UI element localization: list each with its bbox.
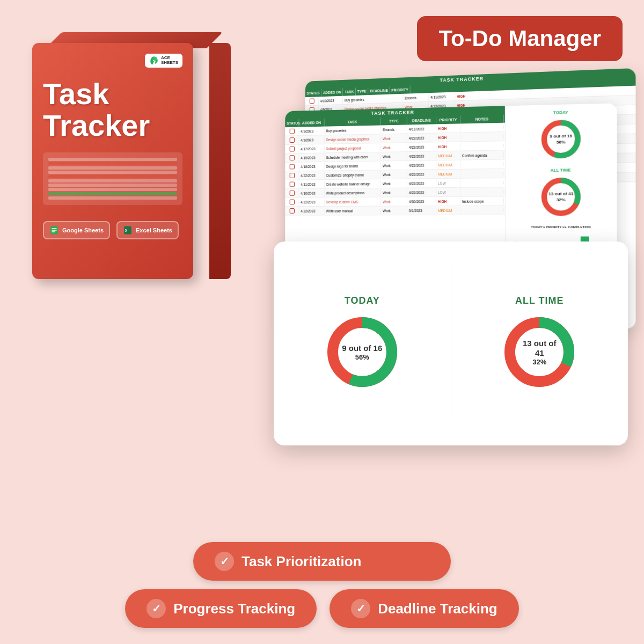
col-type: TYPE — [356, 87, 368, 96]
check-icon-1: ✓ — [215, 552, 234, 571]
mini-row-red — [48, 162, 177, 165]
box-side — [209, 43, 231, 279]
today-percent: 56% — [342, 353, 382, 361]
mini-row — [48, 179, 177, 182]
alltime-label: ALL TIME — [515, 295, 564, 306]
product-box: ACE SHEETS Task Tracker — [32, 32, 236, 333]
feature-badge-progress: ✓ Progress Tracking — [125, 589, 317, 628]
today-donut-chart: 9 out of 16 56% — [322, 312, 402, 392]
table-row: 4/22/2023Write user manualWork5/1/2023ME… — [285, 206, 505, 216]
box-preview — [43, 152, 182, 205]
col-priority: PRIORITY — [390, 86, 410, 94]
feature-row-1: ✓ Task Prioritization — [193, 542, 451, 581]
ace-logo-text: ACE SHEETS — [161, 56, 178, 65]
today-label-mid: TODAY — [511, 109, 611, 116]
svg-rect-1 — [52, 228, 57, 229]
mini-rows — [46, 156, 179, 202]
check-icon-2: ✓ — [147, 599, 166, 618]
box-title: Task Tracker — [43, 78, 182, 142]
svg-text:X: X — [125, 229, 128, 232]
mini-row — [48, 188, 177, 191]
google-sheets-badge: Google Sheets — [43, 221, 110, 239]
col-notes-mid: NOTES — [460, 115, 504, 124]
col-status-mid: STATUS — [285, 119, 299, 127]
today-donut-mid: 9 out of 16 56% — [538, 116, 583, 161]
alltime-percent: 32% — [519, 357, 560, 365]
spreadsheet-panel-front: TODAY 9 out of 16 56% ALL TIME 13 out of… — [274, 241, 628, 445]
box-front: ACE SHEETS Task Tracker — [32, 43, 193, 279]
mini-row — [48, 196, 177, 200]
today-donut-container: TODAY 9 out of 16 56% — [284, 295, 440, 392]
col-date-mid: ADDED ON — [299, 119, 324, 127]
box-3d: ACE SHEETS Task Tracker — [32, 32, 215, 290]
alltime-donut-text: 13 out of 41 32% — [519, 338, 560, 365]
today-fraction: 9 out of 16 — [342, 343, 382, 353]
mini-row — [48, 171, 177, 174]
ace-logo-badge: ACE SHEETS — [145, 54, 182, 68]
excel-badge: X Excel Sheets — [116, 221, 179, 239]
feature-badge-prioritization: ✓ Task Prioritization — [193, 542, 451, 581]
google-sheets-icon — [49, 225, 59, 235]
col-type-mid: TYPE — [381, 117, 407, 126]
header-badge: To-Do Manager — [417, 16, 623, 61]
alltime-donut-container: ALL TIME 13 out of 41 32% — [462, 295, 618, 392]
col-added: ADDED ON — [321, 88, 343, 97]
bar-chart-title-mid: TODAY's PRIORITY vs. COMPLETION — [511, 225, 611, 229]
today-label: TODAY — [345, 295, 380, 306]
svg-text:56%: 56% — [556, 140, 565, 145]
svg-text:32%: 32% — [556, 197, 565, 202]
col-task: TASK — [343, 87, 355, 96]
box-icons-row: Google Sheets X Excel Sheets — [43, 221, 182, 239]
ace-logo: ACE SHEETS — [43, 54, 182, 68]
alltime-donut-chart: 13 out of 41 32% — [499, 312, 580, 392]
col-status: STATUS — [305, 89, 321, 97]
alltime-donut-mid: 13 out of 41 32% — [538, 174, 583, 218]
table-row: 4/22/2023Develop custom CMSWork4/30/2023… — [285, 196, 505, 207]
svg-text:9 out of 16: 9 out of 16 — [550, 134, 572, 139]
ace-logo-icon — [149, 56, 159, 65]
col-deadline: DEADLINE — [368, 86, 390, 95]
col-priority-mid: PRIORITY — [436, 115, 460, 124]
excel-icon: X — [123, 225, 133, 235]
mini-row-green — [48, 192, 177, 195]
alltime-fraction: 13 out of 41 — [519, 338, 560, 357]
mid-today-chart: TODAY 9 out of 16 56% — [511, 109, 611, 164]
svg-rect-2 — [52, 230, 57, 231]
mini-row — [48, 158, 177, 161]
today-donut-text: 9 out of 16 56% — [342, 343, 382, 361]
col-task-mid: TASK — [325, 118, 381, 127]
feature-row-2: ✓ Progress Tracking ✓ Deadline Tracking — [125, 589, 518, 628]
mid-alltime-chart: ALL TIME 13 out of 41 32% — [511, 167, 611, 221]
check-icon-3: ✓ — [351, 599, 370, 618]
mini-row — [48, 166, 177, 170]
features-section: ✓ Task Prioritization ✓ Progress Trackin… — [0, 542, 644, 628]
chart-divider — [451, 268, 451, 419]
col-deadline-mid: DEADLINE — [407, 116, 436, 125]
alltime-label-mid: ALL TIME — [511, 167, 611, 173]
mini-row — [48, 184, 177, 187]
svg-text:13 out of 41: 13 out of 41 — [548, 191, 574, 196]
svg-rect-3 — [52, 231, 55, 232]
mini-row-red2 — [48, 175, 177, 178]
feature-badge-deadline: ✓ Deadline Tracking — [330, 589, 519, 628]
